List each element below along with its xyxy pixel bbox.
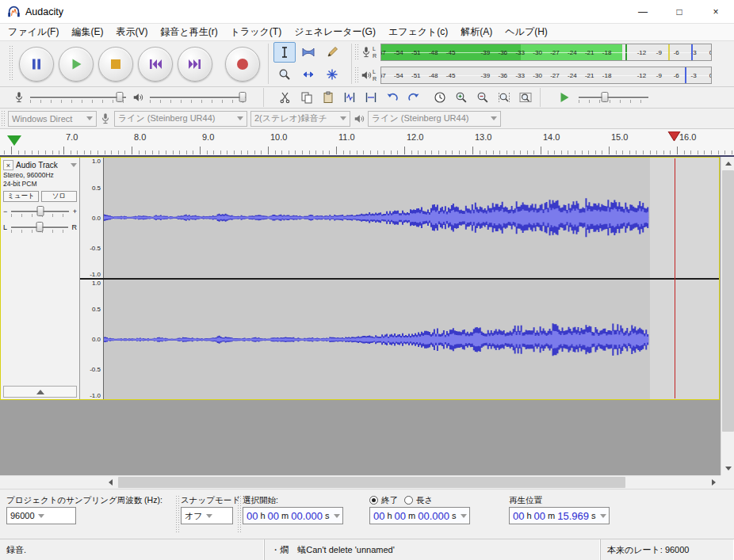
playback-meter[interactable]: L R -57-54-51-48-45-39-36-33-30-27-24-21…: [354, 65, 712, 86]
cut-button[interactable]: [275, 88, 296, 107]
sync-lock-button[interactable]: [430, 88, 450, 107]
track-title-menu[interactable]: Audio Track: [16, 161, 68, 170]
playback-volume-thumb[interactable]: [239, 92, 246, 102]
horizontal-scrollbar[interactable]: [104, 475, 721, 489]
pan-left-label: L: [3, 223, 7, 231]
length-radio[interactable]: 長さ: [404, 495, 433, 506]
paste-button[interactable]: [318, 88, 338, 107]
gain-thumb[interactable]: [36, 206, 44, 216]
recording-channels-dropdown[interactable]: 2(ステレオ)録音チ: [250, 111, 350, 127]
recording-position-pin-icon[interactable]: [667, 131, 681, 142]
selection-start-label: 選択開始:: [243, 495, 278, 506]
zoom-out-button[interactable]: [472, 88, 493, 107]
envelope-tool-button[interactable]: [297, 42, 319, 63]
menu-effect[interactable]: エフェクト(c): [382, 24, 454, 40]
timeline-ruler[interactable]: 7.08.09.010.011.012.013.014.015.016.0: [0, 129, 734, 157]
recording-volume-thumb[interactable]: [117, 92, 124, 102]
pan-slider[interactable]: [10, 220, 69, 234]
tracks-area[interactable]: × Audio Track Stereo, 96000Hz 24-bit PCM…: [0, 157, 734, 475]
undo-button[interactable]: [382, 88, 403, 107]
project-rate-dropdown[interactable]: 96000: [6, 507, 76, 524]
zoom-in-button[interactable]: [451, 88, 472, 107]
menu-analyze[interactable]: 解析(A): [454, 24, 499, 40]
end-radio[interactable]: 終了: [369, 495, 398, 506]
skip-to-start-button[interactable]: [138, 47, 173, 82]
play-button[interactable]: [59, 47, 94, 82]
fit-selection-button[interactable]: [494, 88, 514, 107]
playback-speed-slider[interactable]: [577, 90, 650, 105]
playback-speed-thumb[interactable]: [601, 92, 608, 102]
vertical-scrollbar[interactable]: [721, 157, 734, 475]
vertical-scale-ruler[interactable]: 1.00.50.0-0.5-1.0: [80, 158, 104, 278]
toolbar-grip[interactable]: [1, 111, 6, 127]
playback-device-dropdown[interactable]: ライン (Steinberg UR44): [368, 111, 501, 127]
recording-meter[interactable]: L R -57-54-51-48-45-39-36-33-30-27-24-21…: [354, 42, 712, 63]
gain-slider[interactable]: [10, 204, 70, 219]
field-dropdown-button[interactable]: [461, 514, 467, 518]
playback-position-field[interactable]: 00h 00m 15.969s: [509, 507, 610, 524]
toolbar-separator: [263, 88, 264, 106]
selection-end-field[interactable]: 00h 00m 00.000s: [369, 507, 470, 524]
trim-audio-button[interactable]: [339, 88, 360, 107]
multi-tool-button[interactable]: [321, 64, 343, 85]
horizontal-scrollbar-thumb[interactable]: [118, 477, 625, 488]
redo-button[interactable]: [403, 88, 424, 107]
timeshift-tool-button[interactable]: [297, 64, 319, 85]
audio-host-dropdown[interactable]: Windows Direct: [8, 111, 97, 127]
menu-tracks[interactable]: トラック(T): [224, 24, 288, 40]
minimize-button[interactable]: —: [625, 0, 661, 24]
toolbar-grip[interactable]: [354, 44, 359, 61]
snap-mode-dropdown[interactable]: オフ: [181, 507, 233, 524]
menu-view[interactable]: 表示(V): [109, 24, 154, 40]
recording-device-dropdown[interactable]: ライン (Steinberg UR44): [114, 111, 247, 127]
recording-meter-bar[interactable]: -57-54-51-48-45-39-36-33-30-27-24-21-18-…: [380, 44, 712, 61]
menu-file[interactable]: ファイル(F): [2, 24, 65, 40]
status-actual-rate: 本来のレート: 96000: [601, 539, 734, 560]
collapse-track-button[interactable]: [3, 386, 77, 398]
toolbar-grip[interactable]: [9, 46, 13, 82]
scroll-right-button[interactable]: [707, 476, 721, 489]
vertical-scrollbar-thumb[interactable]: [722, 170, 734, 432]
playback-volume-slider[interactable]: [148, 90, 247, 105]
menu-generate[interactable]: ジェネレーター(G): [288, 24, 382, 40]
field-dropdown-button[interactable]: [600, 514, 606, 518]
maximize-button[interactable]: □: [661, 0, 698, 24]
toolbar-grip[interactable]: [237, 496, 242, 532]
toolbar-grip[interactable]: [354, 67, 359, 84]
pause-button[interactable]: [19, 47, 54, 82]
scroll-down-button[interactable]: [721, 462, 734, 475]
toolbar-grip[interactable]: [175, 496, 180, 532]
track-menu-chevron-icon[interactable]: [71, 163, 77, 167]
selection-start-field[interactable]: 00h 00m 00.000s: [243, 507, 343, 524]
recording-volume-slider[interactable]: [29, 90, 128, 105]
chevron-down-icon: [340, 116, 346, 120]
copy-button[interactable]: [296, 88, 317, 107]
waveform-canvas[interactable]: [104, 158, 719, 278]
record-button[interactable]: [225, 47, 260, 82]
track-close-button[interactable]: ×: [3, 160, 13, 170]
selection-tool-button[interactable]: [273, 42, 296, 63]
edit-toolbar: [266, 88, 538, 107]
microphone-icon: [14, 90, 24, 105]
fit-project-button[interactable]: [515, 88, 536, 107]
mute-button[interactable]: ミュート: [3, 191, 39, 202]
waveform-canvas[interactable]: [104, 280, 719, 400]
skip-to-end-button[interactable]: [178, 47, 212, 82]
vertical-scale-ruler[interactable]: 1.00.50.0-0.5-1.0: [80, 280, 104, 400]
field-dropdown-button[interactable]: [334, 514, 340, 518]
menu-edit[interactable]: 編集(E): [65, 24, 109, 40]
menu-transport[interactable]: 録音と再生(r): [154, 24, 224, 40]
draw-tool-button[interactable]: [321, 42, 343, 63]
silence-audio-button[interactable]: [361, 88, 381, 107]
scroll-left-button[interactable]: [104, 476, 117, 489]
play-at-speed-button[interactable]: [555, 89, 574, 106]
close-button[interactable]: ×: [698, 0, 734, 24]
chevron-down-icon: [600, 514, 606, 518]
pan-thumb[interactable]: [36, 222, 43, 232]
scroll-up-button[interactable]: [721, 157, 734, 170]
stop-button[interactable]: [98, 47, 133, 82]
zoom-tool-button[interactable]: [273, 64, 296, 85]
solo-button[interactable]: ソロ: [41, 191, 77, 202]
menu-help[interactable]: ヘルプ(H): [499, 24, 554, 40]
playback-meter-bar[interactable]: -57-54-51-48-45-39-36-33-30-27-24-21-18-…: [380, 67, 712, 84]
